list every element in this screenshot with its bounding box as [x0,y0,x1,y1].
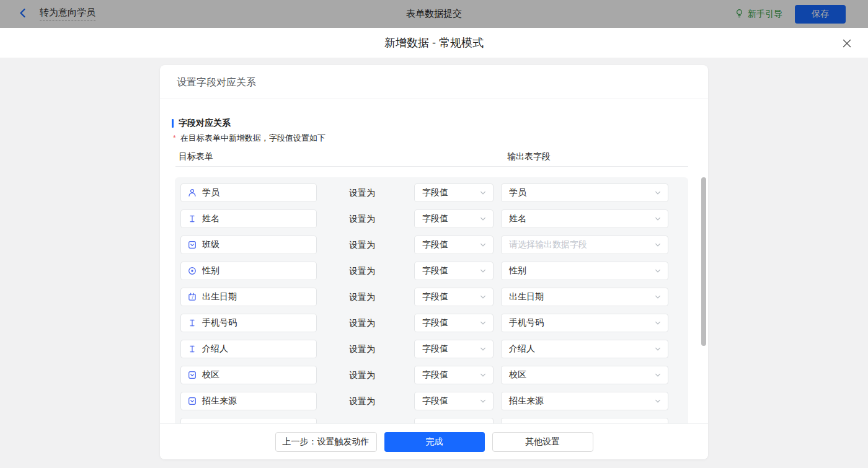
back-button[interactable] [17,7,29,21]
output-field-select[interactable]: 介绍人 [501,340,668,358]
chevron-down-icon [479,267,487,275]
chevron-down-icon [479,345,487,353]
field-value-select-value: 字段值 [422,369,448,381]
output-field-select[interactable]: 姓名 [501,210,668,228]
done-button[interactable]: 完成 [384,432,485,452]
chevron-down-icon [654,345,662,353]
chevron-down-icon [654,371,662,379]
target-field-label: 介绍人 [202,343,228,355]
column-header-output-fields: 输出表字段 [507,151,551,162]
beginner-guide-label: 新手引导 [748,9,782,20]
field-value-select[interactable]: 字段值 [414,314,494,332]
flow-name[interactable]: 转为意向学员 [40,7,95,21]
required-mark: * [173,134,176,143]
chevron-down-icon [654,189,662,196]
section-note: *在目标表单中新增数据，字段值设置如下 [173,133,326,144]
set-as-label: 设置为 [349,288,375,306]
output-field-select-value: 请选择输出数据字段 [509,239,587,250]
field-value-select[interactable] [414,418,494,423]
output-field-select[interactable]: 请选择输出数据字段 [501,236,668,254]
mapping-row: 介绍人设置为字段值介绍人 [180,340,688,358]
mapping-row: 手机号码设置为字段值手机号码 [180,314,688,332]
previous-step-button[interactable]: 上一步：设置触发动作 [275,432,377,452]
chevron-left-icon [17,7,29,21]
target-field-box: 校区 [180,366,317,384]
chevron-down-icon [654,215,662,223]
output-field-select-value: 手机号码 [509,317,544,329]
bulb-icon [735,9,744,20]
set-as-label: 设置为 [349,366,375,384]
target-field-label: 手机号码 [202,317,237,329]
target-field-box: 招生来源 [180,392,317,410]
target-field-box: 性别 [180,262,317,280]
field-value-select[interactable]: 字段值 [414,366,494,384]
field-value-select[interactable]: 字段值 [414,210,494,228]
field-value-select-value: 字段值 [422,395,448,407]
target-field-label: 校区 [202,369,219,381]
output-field-select[interactable]: 校区 [501,366,668,384]
scrollbar-thumb[interactable] [701,177,706,346]
field-value-select[interactable]: 字段值 [414,183,494,202]
field-value-select[interactable]: 字段值 [414,288,494,306]
field-value-select[interactable]: 字段值 [414,392,494,410]
output-field-select-value: 学员 [509,187,526,198]
card-title: 设置字段对应关系 [160,65,708,99]
column-header-target-form: 目标表单 [179,151,213,162]
output-field-select[interactable]: 性别 [501,262,668,280]
field-value-select-value: 字段值 [422,265,448,276]
output-field-select[interactable]: 手机号码 [501,314,668,332]
target-field-box: 7出生日期 [180,288,317,306]
page-title: 表单数据提交 [406,8,462,20]
select-field-icon [188,397,197,405]
set-as-label: 设置为 [349,236,375,254]
target-field-box: 学员 [180,183,317,202]
select-field-icon [188,241,197,249]
output-field-select-value: 介绍人 [509,343,535,355]
output-field-select[interactable]: 招生来源 [501,392,668,410]
chevron-down-icon [479,371,487,379]
text-field-icon [188,214,197,223]
set-as-label: 设置为 [349,183,375,202]
chevron-down-icon [479,397,487,405]
chevron-down-icon [654,293,662,301]
set-as-label: 设置为 [349,392,375,410]
mapping-row: 学员设置为字段值学员 [180,183,688,202]
mapping-row: 性别设置为字段值性别 [180,262,688,280]
output-field-select-value: 校区 [509,369,526,381]
field-mapping-panel: 学员设置为字段值学员姓名设置为字段值姓名班级设置为字段值请选择输出数据字段性别设… [175,177,688,423]
target-field-label: 学员 [202,187,219,198]
target-field-box: 姓名 [180,210,317,228]
save-button[interactable]: 保存 [795,5,846,24]
output-field-select-value: 招生来源 [509,395,544,407]
target-field-box: 介绍人 [180,340,317,358]
field-value-select[interactable]: 字段值 [414,262,494,280]
other-settings-button[interactable]: 其他设置 [492,432,593,452]
field-value-select[interactable]: 字段值 [414,340,494,358]
select-field-icon [188,371,197,379]
chevron-down-icon [654,397,662,405]
close-icon[interactable] [842,38,852,48]
chevron-down-icon [479,189,487,196]
modal-title: 新增数据 - 常规模式 [0,28,868,58]
output-field-select[interactable]: 学员 [501,183,668,202]
beginner-guide-link[interactable]: 新手引导 [735,9,782,20]
section-title: 字段对应关系 [172,118,231,129]
field-mapping-card: 设置字段对应关系 字段对应关系 *在目标表单中新增数据，字段值设置如下 目标表单… [160,65,708,459]
mapping-row: 校区设置为字段值校区 [180,366,688,384]
mapping-row: 招生来源设置为字段值招生来源 [180,392,688,410]
output-field-select-value: 姓名 [509,213,526,224]
set-as-label: 设置为 [349,210,375,228]
target-field-label: 班级 [202,239,219,250]
field-value-select-value: 字段值 [422,343,448,355]
svg-text:7: 7 [191,295,193,299]
target-field-box: 手机号码 [180,314,317,332]
output-field-select[interactable] [501,418,668,423]
chevron-down-icon [654,267,662,275]
text-field-icon [188,319,197,327]
mapping-row: 班级设置为字段值请选择输出数据字段 [180,236,688,254]
field-value-select[interactable]: 字段值 [414,236,494,254]
card-footer: 上一步：设置触发动作 完成 其他设置 [160,423,708,459]
date-field-icon: 7 [188,293,197,301]
output-field-select[interactable]: 出生日期 [501,288,668,306]
target-field-label: 招生来源 [202,395,237,407]
